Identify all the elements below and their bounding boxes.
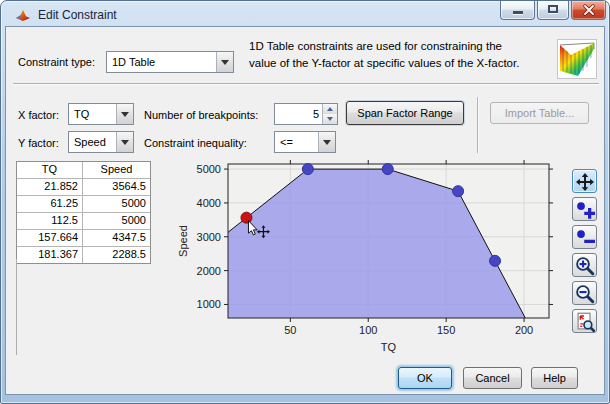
y-tick-label: 2000 [197, 265, 221, 277]
column-header: Speed [83, 162, 150, 178]
y-tick-label: 5000 [197, 163, 221, 175]
table-row[interactable]: 181.3672288.5 [17, 247, 150, 263]
table-row[interactable]: 112.55000 [17, 213, 150, 230]
toolbar-remove-point-button[interactable] [572, 225, 597, 249]
inequality-value: <= [280, 132, 293, 152]
x-axis-label: TQ [381, 341, 397, 353]
x-tick-label: 50 [284, 324, 296, 336]
y-factor-value: Speed [74, 132, 106, 152]
chart-point[interactable] [453, 186, 464, 197]
toolbar-zoom-in-button[interactable] [572, 253, 597, 277]
span-factor-range-button[interactable]: Span Factor Range [346, 101, 464, 125]
y-tick-label: 1000 [197, 298, 221, 310]
dialog-content: Constraint type: 1D Table 1D Table const… [5, 26, 605, 395]
chart-point-selected[interactable] [241, 212, 252, 223]
breakpoints-spinner[interactable]: 5 [274, 103, 338, 125]
constraint-type-combobox[interactable]: 1D Table [106, 51, 234, 73]
toolbar-pan-button[interactable] [572, 169, 597, 193]
y-tick-label: 4000 [197, 197, 221, 209]
zoom-out-icon [575, 284, 595, 304]
button-divider [477, 97, 479, 153]
maximize-icon [548, 5, 558, 13]
remove-point-icon [575, 228, 595, 248]
breakpoint-table[interactable]: TQSpeed21.8523564.561.255000112.55000157… [16, 161, 151, 264]
add-point-icon [575, 200, 595, 220]
maximize-button[interactable] [537, 1, 569, 20]
table-cell[interactable]: 5000 [83, 196, 150, 212]
x-factor-label: X factor: [18, 109, 59, 121]
table-constraint-preview-icon [557, 39, 597, 79]
chart-point[interactable] [302, 164, 313, 175]
column-header: TQ [17, 162, 83, 178]
window-title: Edit Constraint [38, 8, 117, 22]
x-factor-value: TQ [74, 104, 89, 124]
y-factor-combobox[interactable]: Speed [68, 131, 134, 153]
import-table-button: Import Table... [490, 102, 589, 124]
title-bar[interactable]: Edit Constraint [1, 1, 609, 27]
y-tick-label: 3000 [197, 231, 221, 243]
x-tick-label: 100 [359, 324, 377, 336]
ok-button[interactable]: OK [398, 367, 452, 389]
toolbar-add-point-button[interactable] [572, 197, 597, 221]
chevron-down-icon[interactable] [318, 132, 335, 152]
chevron-down-icon[interactable] [116, 104, 133, 124]
x-tick-label: 150 [437, 324, 455, 336]
edit-constraint-window: Edit Constraint Constraint type: 1D Tabl… [0, 0, 610, 404]
table-row[interactable]: 21.8523564.5 [17, 179, 150, 196]
toolbar-zoom-out-button[interactable] [572, 281, 597, 305]
inequality-combobox[interactable]: <= [274, 131, 336, 153]
table-header-row: TQSpeed [17, 162, 150, 179]
chevron-up-icon [327, 107, 333, 111]
inequality-label: Constraint inequality: [144, 137, 247, 149]
x-factor-combobox[interactable]: TQ [68, 103, 134, 125]
zoom-in-icon [575, 256, 595, 276]
chart-point[interactable] [490, 255, 501, 266]
chart-point[interactable] [382, 164, 393, 175]
constraint-chart[interactable]: 5010015020010002000300040005000TQSpeed [171, 151, 571, 365]
spinner-down-button[interactable] [323, 114, 337, 124]
table-cell[interactable]: 112.5 [17, 213, 83, 229]
reset-zoom-icon [575, 312, 595, 332]
toolbar-reset-zoom-button[interactable] [572, 309, 597, 333]
table-row[interactable]: 157.6644347.5 [17, 230, 150, 247]
breakpoints-label: Number of breakpoints: [144, 109, 258, 121]
x-tick-label: 200 [515, 324, 533, 336]
table-cell[interactable]: 5000 [83, 213, 150, 229]
constraint-description: 1D Table constraints are used for constr… [249, 38, 519, 72]
table-cell[interactable]: 3564.5 [83, 179, 150, 195]
table-row[interactable]: 61.255000 [17, 196, 150, 213]
chevron-down-icon[interactable] [216, 52, 233, 72]
help-button[interactable]: Help [531, 367, 578, 389]
y-axis-label: Speed [177, 225, 189, 257]
close-button[interactable] [571, 1, 606, 20]
cancel-button[interactable]: Cancel [463, 367, 522, 389]
table-cell[interactable]: 4347.5 [83, 230, 150, 246]
minimize-button[interactable] [500, 1, 535, 20]
breakpoints-value: 5 [313, 104, 319, 124]
table-cell[interactable]: 2288.5 [83, 247, 150, 263]
chevron-down-icon[interactable] [116, 132, 133, 152]
table-cell[interactable]: 181.367 [17, 247, 83, 263]
table-cell[interactable]: 157.664 [17, 230, 83, 246]
y-factor-label: Y factor: [18, 137, 59, 149]
chevron-down-icon [327, 117, 333, 121]
section-divider [13, 83, 599, 85]
table-cell[interactable]: 61.25 [17, 196, 83, 212]
constraint-type-label: Constraint type: [18, 56, 95, 68]
table-cell[interactable]: 21.852 [17, 179, 83, 195]
constraint-type-value: 1D Table [112, 52, 155, 72]
matlab-icon [15, 7, 31, 23]
minimize-icon [513, 11, 523, 14]
close-icon [572, 1, 607, 19]
table-frame-edge [16, 259, 17, 355]
pan-icon [575, 172, 595, 192]
